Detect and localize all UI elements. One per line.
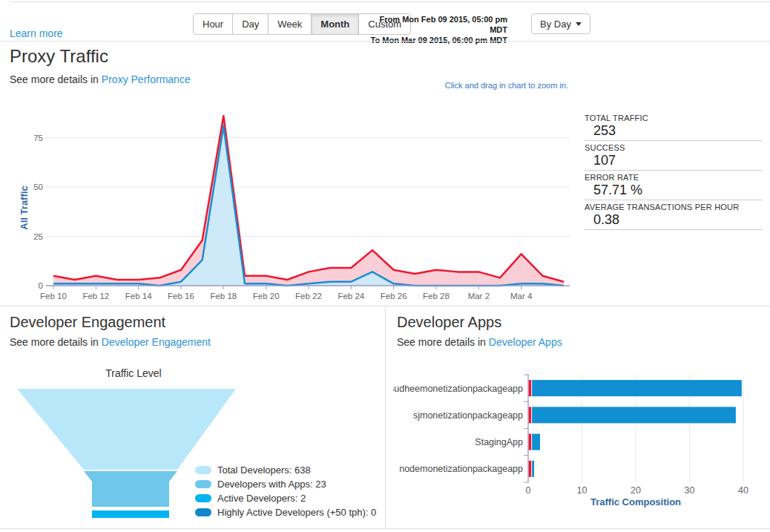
x-tick-label: 40	[738, 485, 748, 496]
legend-label: Developers with Apps: 23	[217, 479, 326, 490]
x-tick-label: Mar 4	[510, 292, 533, 301]
x-tick-label: Feb 14	[125, 292, 152, 301]
range-button-day[interactable]: Day	[232, 13, 269, 35]
category-label: sjmonetizationpackageapp	[413, 410, 523, 421]
stat-label: ERROR RATE	[585, 173, 763, 182]
legend-item-active-developers: Active Developers: 2	[195, 493, 376, 503]
legend-swatch-icon	[195, 480, 211, 488]
x-tick-label: Feb 28	[423, 292, 450, 301]
series-line-success	[53, 126, 564, 286]
legend-item-highly-active-developers-50-tph: Highly Active Developers (+50 tph): 0	[195, 507, 376, 517]
bar-errors	[529, 380, 532, 396]
stat-value: 57.71 %	[585, 183, 763, 198]
bar-errors	[529, 461, 532, 477]
zoom-hint: Click and drag in chart to zoom in.	[445, 81, 568, 90]
bar-success	[532, 407, 736, 423]
category-label: sudheemonetizationpackageapp	[393, 384, 523, 394]
x-tick-label: Feb 10	[40, 292, 67, 301]
legend-item-developers-with-apps: Developers with Apps: 23	[195, 479, 376, 489]
date-from: From Mon Feb 09 2015, 05:00 pm MDT	[369, 14, 507, 35]
funnel-segment-developers-with-apps	[84, 471, 177, 507]
stat-total-traffic: TOTAL TRAFFIC253	[585, 111, 763, 141]
x-axis-title: Traffic Composition	[590, 496, 681, 508]
x-tick-label: Feb 26	[381, 292, 407, 301]
range-button-week[interactable]: Week	[268, 13, 312, 35]
series-area-total-traffic	[53, 116, 564, 286]
y-tick-label: 0	[39, 281, 43, 290]
proxy-performance-link[interactable]: Proxy Performance	[102, 73, 191, 85]
x-tick-label: Feb 24	[338, 292, 364, 301]
x-tick-label: Mar 2	[468, 292, 490, 301]
legend-swatch-icon	[195, 494, 211, 502]
funnel-segment-total-developers	[17, 389, 236, 470]
legend-item-total-developers: Total Developers: 638	[195, 464, 376, 475]
proxy-traffic-subtitle: See more details inProxy Performance	[10, 73, 191, 85]
stat-value: 0.38	[585, 212, 763, 228]
stat-value: 253	[585, 123, 763, 139]
bar-success	[532, 380, 742, 396]
subtitle-text: See more details in	[397, 336, 486, 348]
x-tick-label: 20	[631, 485, 641, 496]
x-tick-label: Feb 20	[253, 292, 280, 301]
group-by-dropdown[interactable]: By Day	[531, 13, 590, 34]
x-tick-label: Feb 16	[168, 292, 194, 301]
top-divider	[10, 1, 770, 2]
legend-label: Highly Active Developers (+50 tph): 0	[217, 507, 376, 518]
x-tick-label: Feb 12	[82, 292, 109, 301]
developer-apps-link[interactable]: Developer Apps	[489, 336, 562, 348]
y-tick-label: 75	[33, 134, 43, 142]
bar-errors	[529, 407, 532, 423]
bar-success	[532, 461, 534, 477]
x-tick-label: 0	[526, 485, 531, 496]
traffic-stats-panel: TOTAL TRAFFIC253SUCCESS107ERROR RATE57.7…	[585, 111, 763, 230]
funnel-legend: Total Developers: 638Developers with App…	[195, 464, 376, 521]
y-axis-title: All Traffic	[19, 185, 30, 229]
stat-label: SUCCESS	[585, 143, 763, 152]
stat-average-transactions-per-hour: AVERAGE TRANSACTIONS PER HOUR0.38	[585, 200, 763, 230]
x-tick-label: Feb 22	[295, 292, 322, 301]
group-by-label: By Day	[540, 19, 571, 30]
stat-success: SUCCESS107	[585, 141, 763, 171]
subtitle-text: See more details in	[10, 73, 99, 85]
stat-error-rate: ERROR RATE57.71 %	[585, 171, 763, 200]
developer-apps-title: Developer Apps	[397, 314, 501, 331]
bottom-divider	[0, 528, 770, 529]
proxy-traffic-title: Proxy Traffic	[10, 46, 108, 67]
x-tick-label: Feb 18	[210, 292, 237, 301]
category-label: StagingApp	[475, 437, 523, 447]
bar-success	[532, 434, 540, 450]
series-area-success	[53, 126, 564, 286]
bar-errors	[529, 434, 532, 450]
stat-label: AVERAGE TRANSACTIONS PER HOUR	[585, 203, 763, 211]
subtitle-text: See more details in	[10, 336, 99, 348]
legend-swatch-icon	[195, 508, 211, 516]
chevron-down-icon	[576, 22, 582, 26]
x-tick-label: 10	[577, 485, 588, 496]
y-tick-label: 25	[33, 232, 43, 241]
toolbar-divider	[0, 41, 770, 42]
y-tick-label: 50	[33, 183, 43, 191]
developer-engagement-title: Developer Engagement	[10, 314, 165, 331]
funnel-segment-active-developers	[92, 510, 169, 518]
stat-value: 107	[585, 153, 763, 168]
proxy-traffic-chart[interactable]: 0255075Feb 10Feb 12Feb 14Feb 16Feb 18Feb…	[0, 100, 579, 306]
legend-swatch-icon	[195, 466, 211, 474]
legend-label: Total Developers: 638	[217, 464, 311, 476]
stat-label: TOTAL TRAFFIC	[585, 114, 763, 122]
legend-label: Active Developers: 2	[217, 493, 306, 504]
developer-apps-subtitle: See more details inDeveloper Apps	[397, 336, 562, 348]
developer-engagement-subtitle: See more details inDeveloper Engagement	[10, 336, 211, 348]
series-line-total-traffic	[53, 116, 564, 281]
date-to: To Mon Mar 09 2015, 06:00 pm MDT	[369, 35, 507, 45]
range-button-hour[interactable]: Hour	[193, 13, 233, 35]
range-button-month[interactable]: Month	[311, 13, 359, 35]
developer-engagement-link[interactable]: Developer Engagement	[102, 336, 211, 348]
x-tick-label: 30	[685, 485, 695, 496]
category-label: nodemonetizationpackageapp	[399, 464, 523, 474]
funnel-title: Traffic Level	[105, 367, 161, 379]
learn-more-link[interactable]: Learn more	[10, 27, 63, 39]
traffic-composition-bar-chart[interactable]: sudheemonetizationpackageappsjmonetizati…	[393, 373, 770, 510]
